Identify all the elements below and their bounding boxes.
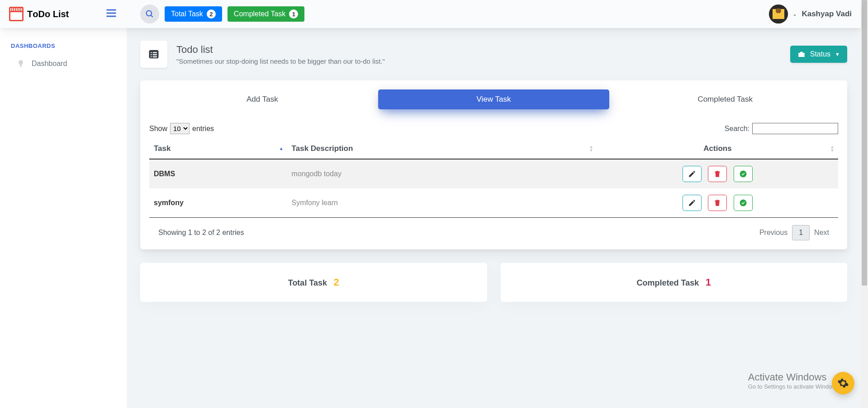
avatar (769, 5, 788, 23)
svg-rect-10 (151, 52, 152, 53)
hamburger-icon[interactable] (105, 7, 118, 21)
rocket-icon (16, 59, 25, 68)
delete-button[interactable] (708, 195, 727, 211)
delete-button[interactable] (708, 166, 727, 182)
cell-actions (597, 159, 838, 188)
page-header: Todo list "Sometimes our stop-doing list… (127, 28, 861, 80)
cell-task: symfony (149, 188, 287, 217)
col-actions[interactable]: Actions▲▼ (597, 139, 838, 159)
check-circle-icon (739, 199, 747, 207)
trash-icon (713, 170, 721, 178)
stat-total-value: 2 (334, 277, 339, 288)
edit-button[interactable] (683, 166, 702, 182)
col-task[interactable]: Task▲ (149, 139, 287, 159)
search-box: Search: (725, 123, 838, 134)
cell-actions (597, 188, 838, 217)
logo-text: ToDo List (27, 9, 69, 19)
svg-rect-11 (153, 52, 157, 53)
check-circle-icon (739, 170, 747, 178)
stat-total-task: Total Task 2 (140, 263, 487, 302)
svg-rect-13 (153, 54, 157, 55)
svg-point-7 (776, 8, 781, 14)
complete-button[interactable] (734, 195, 753, 211)
entries-select[interactable]: 10 (170, 123, 190, 134)
status-button[interactable]: Status ▼ (790, 46, 847, 63)
list-icon (147, 48, 160, 61)
col-desc[interactable]: Task Description▲▼ (287, 139, 597, 159)
table-info: Showing 1 to 2 of 2 entries (158, 229, 244, 237)
tab-add-task[interactable]: Add Task (147, 89, 378, 109)
complete-button[interactable] (734, 166, 753, 182)
stat-completed-task: Completed Task 1 (501, 263, 848, 302)
page-subtitle: "Sometimes our stop-doing list needs to … (176, 57, 385, 65)
svg-point-16 (740, 171, 746, 178)
scrollbar-thumb[interactable] (862, 0, 867, 286)
search-icon (145, 9, 154, 19)
topbar: ToDo List Total Task 2 Completed Task 1 … (0, 0, 861, 28)
sidebar-heading: DASHBOARDS (0, 42, 127, 55)
search-button[interactable] (140, 5, 159, 23)
sidebar: DASHBOARDS Dashboard (0, 28, 127, 315)
toolbox-icon (797, 50, 806, 58)
completed-task-label: Completed Task (234, 10, 285, 18)
status-label: Status (810, 50, 830, 58)
page-next[interactable]: Next (814, 229, 829, 237)
stat-total-label: Total Task (288, 278, 327, 288)
sidebar-item-label: Dashboard (32, 60, 67, 68)
entries-label: entries (192, 125, 214, 133)
tab-view-task[interactable]: View Task (378, 89, 610, 109)
scrollbar-track[interactable] (861, 0, 868, 315)
table-row: DBMS mongodb today (149, 159, 838, 188)
page-icon-box (140, 41, 167, 68)
sidebar-item-dashboard[interactable]: Dashboard (0, 55, 127, 73)
show-label: Show (149, 125, 167, 133)
tab-completed-task[interactable]: Completed Task (609, 89, 841, 109)
cell-desc: Symfony learn (287, 188, 597, 217)
username: Kashyap Vadi (802, 9, 852, 19)
completed-task-button[interactable]: Completed Task 1 (228, 6, 304, 22)
cell-desc: mongodb today (287, 159, 597, 188)
entries-length: Show 10 entries (149, 123, 214, 134)
chevron-down-icon: ⌄ (792, 11, 797, 17)
page-prev[interactable]: Previous (759, 229, 787, 237)
edit-button[interactable] (683, 195, 702, 211)
task-table: Task▲ Task Description▲▼ Actions▲▼ DBMS … (149, 139, 838, 217)
page-title: Todo list (176, 44, 385, 56)
stat-completed-value: 1 (706, 277, 711, 288)
completed-task-count: 1 (289, 9, 298, 19)
user-menu[interactable]: ⌄ Kashyap Vadi (769, 5, 852, 23)
total-task-button[interactable]: Total Task 2 (165, 6, 222, 22)
svg-rect-15 (153, 56, 157, 57)
logo[interactable]: ToDo List (9, 7, 127, 21)
caret-down-icon: ▼ (835, 52, 840, 57)
svg-point-17 (740, 200, 746, 206)
task-card: Add Task View Task Completed Task Show 1… (140, 80, 847, 249)
trash-icon (713, 199, 721, 207)
page-number[interactable]: 1 (792, 225, 810, 240)
pagination: Previous 1 Next (759, 225, 829, 240)
edit-icon (688, 170, 696, 178)
main-content: Todo list "Sometimes our stop-doing list… (127, 28, 868, 315)
edit-icon (688, 199, 696, 207)
tabs: Add Task View Task Completed Task (140, 80, 847, 123)
svg-rect-8 (776, 13, 781, 19)
search-label: Search: (725, 125, 749, 133)
search-input[interactable] (752, 123, 838, 134)
total-task-count: 2 (207, 9, 216, 19)
total-task-label: Total Task (171, 10, 203, 18)
svg-point-3 (147, 11, 152, 16)
svg-line-4 (151, 15, 153, 17)
table-row: symfony Symfony learn (149, 188, 838, 217)
svg-rect-12 (151, 54, 152, 55)
svg-rect-14 (151, 56, 152, 57)
stat-completed-label: Completed Task (637, 278, 699, 288)
cell-task: DBMS (149, 159, 287, 188)
logo-icon (9, 7, 24, 21)
